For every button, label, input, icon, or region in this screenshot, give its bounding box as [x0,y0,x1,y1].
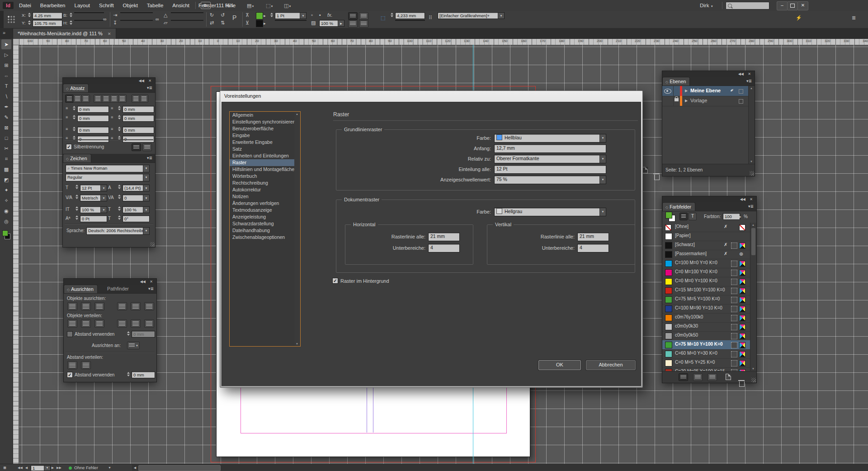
align-left-edges-button[interactable] [348,12,358,20]
resize-grip[interactable] [150,242,155,247]
width-input[interactable] [74,12,104,13]
delete-swatch-icon[interactable] [739,381,745,387]
category-scrollbar[interactable]: ▲ ▼ [294,111,301,347]
corner-radius-stepper[interactable] [390,12,394,19]
rotate-cw-icon[interactable]: ↻ [210,12,214,19]
align-button-4[interactable] [102,95,110,103]
leading-stepper[interactable] [117,184,121,190]
dokument-farbe-dropdown[interactable]: Hellgrau▼ [494,208,606,216]
tracking-stepper[interactable] [117,194,121,200]
dropdown-arrow[interactable]: ▼ [143,195,149,201]
indent-left-stepper[interactable] [72,105,76,112]
space-before-stepper[interactable] [72,126,76,133]
swatch-row[interactable]: [Schwarz]✗ [662,241,750,250]
font-style-combo[interactable]: Regular▼ [66,174,150,181]
distribute-object-button-5[interactable] [144,319,154,328]
scrollbar-thumb[interactable] [751,228,755,255]
control-panel-menu-icon[interactable]: ≣ [852,14,856,21]
panel-menu-icon[interactable]: ▾≣ [748,204,754,209]
distribute-object-button-4[interactable] [131,319,141,328]
height-stepper[interactable] [69,19,73,26]
category-satz[interactable]: Satz [230,146,295,152]
lock-cell[interactable] [673,86,680,96]
scrollbar[interactable]: ▲▼ [748,86,755,164]
category-einheiten-und-einteilungen[interactable]: Einheiten und Einteilungen [230,152,295,159]
dock-chevrons-icon[interactable]: » [3,30,5,35]
dock-grip[interactable] [0,11,4,28]
text-wrap-off-button[interactable] [348,20,358,28]
close-icon[interactable]: ✕ [750,197,753,201]
category-erweiterte-eingabe[interactable]: Erweiterte Eingabe [230,139,295,146]
page-tool[interactable]: ⊞ [1,60,11,70]
panel-menu-icon[interactable]: ▾≣ [746,79,752,83]
dropcap-lines-stepper[interactable] [72,135,76,142]
panel-cycle-icon[interactable]: ◇ [665,205,668,209]
panel-cycle-icon[interactable]: ◇ [66,157,69,161]
collapse-icon[interactable]: ◀◀ [140,280,146,284]
menu-layout[interactable]: Layout [70,0,94,11]
resize-grip[interactable] [750,171,754,176]
swatch-row[interactable]: C=60 M=0 Y=30 K=0 [662,349,750,359]
indent-right-stepper[interactable] [117,105,121,112]
space-before-input[interactable]: 0 mm [77,127,109,133]
object-style-dropdown[interactable]: [Einfacher Grafikrahmen]+▼ [438,12,505,19]
corner-radius-input[interactable]: 4,233 mm [395,12,425,19]
tint-slider-arrow[interactable]: ▶ [739,215,741,218]
indent-left-input[interactable]: 0 mm [77,106,109,113]
spacing-input[interactable]: 0 mm [132,331,155,338]
category-notizen[interactable]: Notizen [230,193,295,200]
swatch-row[interactable]: C=15 M=100 Y=100 K=0 [662,286,750,295]
corner-shape-dropdown[interactable]: ▼ [395,20,425,21]
swatch-row[interactable]: c0m0y0k50 [662,331,750,341]
align-button-0[interactable] [65,95,74,103]
align-button-8[interactable] [140,95,148,103]
einteilung-input[interactable]: 12 Pt [494,165,606,174]
horizontal-ruler[interactable]: 1009080706050403020100102030405060708090… [19,39,868,45]
lock-cell[interactable] [673,96,680,106]
panel-menu-icon[interactable]: ▾≣ [148,286,154,291]
align-object-button-3[interactable] [117,302,127,310]
category-wörterbuch[interactable]: Wörterbuch [230,173,295,180]
tab-ebenen[interactable]: ◇Ebenen [662,77,690,86]
category-eingabe[interactable]: Eingabe [230,132,295,139]
stroke-type-dropdown[interactable]: ▼ [275,20,307,21]
rotation-dropdown[interactable]: ▼ [171,12,203,13]
vertical-scale-stepper[interactable] [75,205,79,212]
line-tool[interactable]: ∖ [1,91,11,101]
distribute-object-button-1[interactable] [81,319,91,328]
close-icon[interactable]: ✕ [148,79,151,83]
stroke-weight-dropdown[interactable]: 1 Pt▼ [275,12,307,19]
gradient-feather-tool[interactable]: ◩ [1,175,11,185]
dropdown-arrow[interactable]: ▼ [100,195,107,201]
large-view-button[interactable] [708,373,717,381]
anfang-input[interactable]: 12,7 mm [494,144,606,153]
panel-menu-icon[interactable]: ▾≣ [147,156,152,160]
effects-menu-icon[interactable]: fx. [327,12,333,19]
formatting-container-button[interactable] [679,213,688,220]
prev-page-button[interactable]: ◀ [24,465,29,471]
span-columns-button[interactable] [142,143,152,151]
scale-x-dropdown[interactable]: ▼ [120,12,153,13]
effects-fill-icon[interactable]: ▪ [319,12,321,19]
arrange-documents-dropdown[interactable]: ◫▼ [284,2,291,9]
x-stepper[interactable] [27,12,31,19]
swatch-row[interactable]: C=100 M=90 Y=10 K=0 [662,304,750,314]
dropdown-arrow[interactable]: ▼ [143,185,149,191]
spacing-stepper-2[interactable] [126,371,130,378]
panel-cycle-icon[interactable]: ◇ [67,288,70,292]
language-combo[interactable]: Deutsch: 2006 Rechtschreibr...▼ [86,227,150,235]
category-änderungen-verfolgen[interactable]: Änderungen verfolgen [230,200,295,207]
align-object-button-1[interactable] [81,302,91,310]
text-wrap-on-button[interactable] [359,20,368,28]
height-input[interactable] [74,20,104,21]
font-size-stepper[interactable] [75,184,79,190]
category-autokorrektur[interactable]: Autokorrektur [230,186,295,193]
swatch-row[interactable]: C=75 M=10 Y=100 K=0 [662,340,750,350]
tab-absatz[interactable]: ◇Absatz [63,84,89,92]
bridge-button[interactable]: Br [201,2,211,9]
swatch-row[interactable]: C=100 M=0 Y=0 K=0 [662,259,750,268]
screen-mode-dropdown[interactable]: ⬚▼ [266,2,273,9]
space-after-stepper[interactable] [117,126,121,133]
schwellenwert-dropdown[interactable]: 75 %▼ [494,176,606,184]
shear-dropdown[interactable]: ▼ [171,20,203,21]
